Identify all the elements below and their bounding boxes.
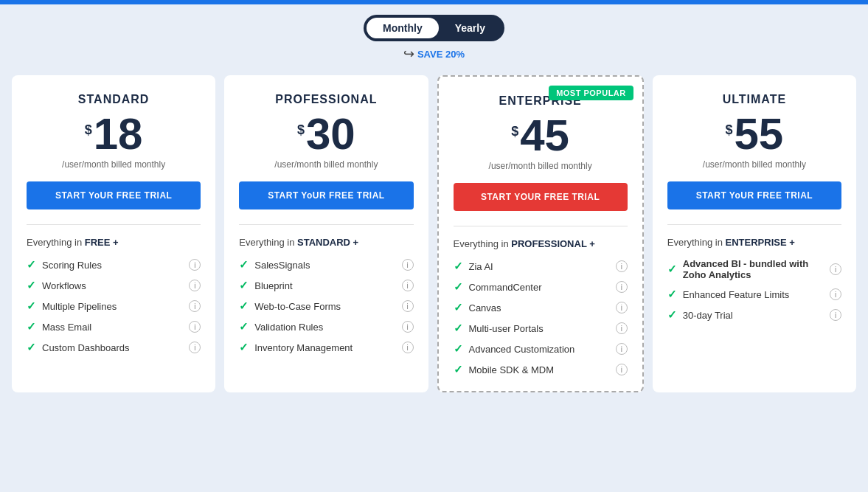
feature-item: ✓ Inventory Management i bbox=[239, 341, 413, 354]
price-row-enterprise: $ 45 bbox=[454, 114, 628, 158]
info-icon[interactable]: i bbox=[616, 302, 628, 313]
monthly-toggle[interactable]: Monthly bbox=[367, 18, 439, 38]
feature-left: ✓ Multi-user Portals bbox=[454, 322, 544, 335]
info-icon[interactable]: i bbox=[830, 288, 841, 300]
price-enterprise: 45 bbox=[520, 114, 569, 158]
plan-card-enterprise: MOST POPULARENTERPRISE $ 45 /user/month … bbox=[437, 75, 644, 392]
feature-left: ✓ Web-to-Case Forms bbox=[239, 299, 341, 313]
plan-card-ultimate: ULTIMATE $ 55 /user/month billed monthly… bbox=[653, 75, 856, 392]
cta-button-ultimate[interactable]: START YoUR FREE TRIAL bbox=[667, 181, 841, 209]
billing-toggle[interactable]: Monthly Yearly bbox=[364, 15, 504, 41]
feature-left: ✓ Advanced BI - bundled with Zoho Analyt… bbox=[667, 258, 830, 280]
divider-standard bbox=[27, 224, 201, 225]
price-row-professional: $ 30 bbox=[239, 112, 413, 156]
cta-button-standard[interactable]: START YoUR FREE TRIAL bbox=[27, 181, 201, 209]
check-icon: ✓ bbox=[454, 280, 463, 294]
info-icon[interactable]: i bbox=[616, 364, 628, 375]
feature-label: Enhanced Feature Limits bbox=[683, 289, 790, 300]
feature-item: ✓ Scoring Rules i bbox=[27, 258, 201, 271]
feature-label: Zia AI bbox=[469, 261, 493, 272]
divider-ultimate bbox=[667, 224, 841, 225]
feature-label: Workflows bbox=[42, 280, 86, 291]
check-icon: ✓ bbox=[667, 263, 677, 276]
most-popular-badge: MOST POPULAR bbox=[549, 86, 633, 100]
feature-item: ✓ Advanced Customization i bbox=[454, 342, 628, 356]
info-icon[interactable]: i bbox=[402, 280, 414, 291]
check-icon: ✓ bbox=[239, 320, 249, 333]
feature-item: ✓ Custom Dashboards i bbox=[27, 341, 201, 354]
feature-left: ✓ CommandCenter bbox=[454, 280, 542, 294]
info-icon[interactable]: i bbox=[402, 259, 414, 271]
arrow-icon: ↩ bbox=[403, 46, 414, 62]
feature-item: ✓ Web-to-Case Forms i bbox=[239, 299, 413, 313]
info-icon[interactable]: i bbox=[402, 321, 414, 333]
feature-left: ✓ Zia AI bbox=[454, 260, 493, 273]
billing-info-enterprise: /user/month billed monthly bbox=[454, 161, 628, 171]
cta-button-enterprise[interactable]: START YOUR FREE TRIAL bbox=[454, 183, 628, 211]
info-icon[interactable]: i bbox=[402, 342, 414, 353]
price-professional: 30 bbox=[306, 112, 355, 156]
feature-list-ultimate: ✓ Advanced BI - bundled with Zoho Analyt… bbox=[667, 258, 841, 322]
info-icon[interactable]: i bbox=[189, 300, 201, 312]
feature-label: Multiple Pipelines bbox=[42, 301, 117, 312]
yearly-toggle[interactable]: Yearly bbox=[439, 18, 501, 38]
info-icon[interactable]: i bbox=[616, 322, 628, 334]
plan-name-professional: PROFESSIONAL bbox=[239, 93, 413, 106]
save-badge: ↩ SAVE 20% bbox=[403, 46, 465, 62]
info-icon[interactable]: i bbox=[830, 309, 841, 321]
feature-item: ✓ Mass Email i bbox=[27, 320, 201, 333]
price-ultimate: 55 bbox=[735, 112, 784, 156]
feature-item: ✓ Canvas i bbox=[454, 301, 628, 314]
feature-item: ✓ Multi-user Portals i bbox=[454, 322, 628, 335]
billing-info-standard: /user/month billed monthly bbox=[27, 159, 201, 170]
plan-name-standard: STANDARD bbox=[27, 93, 201, 106]
info-icon[interactable]: i bbox=[830, 263, 841, 275]
billing-info-ultimate: /user/month billed monthly bbox=[667, 159, 841, 170]
feature-left: ✓ Advanced Customization bbox=[454, 342, 575, 356]
info-icon[interactable]: i bbox=[616, 260, 628, 272]
plan-card-professional: PROFESSIONAL $ 30 /user/month billed mon… bbox=[224, 75, 428, 392]
feature-item: ✓ SalesSignals i bbox=[239, 258, 413, 271]
feature-label: Blueprint bbox=[254, 280, 292, 291]
feature-label: Scoring Rules bbox=[42, 260, 102, 271]
feature-list-professional: ✓ SalesSignals i ✓ Blueprint i ✓ Web-to-… bbox=[239, 258, 413, 354]
info-icon[interactable]: i bbox=[402, 300, 414, 312]
price-row-standard: $ 18 bbox=[27, 112, 201, 156]
info-icon[interactable]: i bbox=[189, 342, 201, 353]
feature-left: ✓ Enhanced Feature Limits bbox=[667, 288, 790, 301]
currency-enterprise: $ bbox=[511, 124, 518, 139]
feature-label: SalesSignals bbox=[254, 260, 310, 271]
check-icon: ✓ bbox=[454, 260, 463, 273]
check-icon: ✓ bbox=[27, 299, 36, 313]
feature-left: ✓ Canvas bbox=[454, 301, 501, 314]
divider-enterprise bbox=[454, 226, 628, 226]
feature-item: ✓ CommandCenter i bbox=[454, 280, 628, 294]
everything-text-ultimate: Everything in ENTERPRISE + bbox=[667, 237, 841, 248]
feature-left: ✓ Mass Email bbox=[27, 320, 91, 333]
check-icon: ✓ bbox=[454, 322, 463, 335]
check-icon: ✓ bbox=[667, 308, 677, 322]
billing-info-professional: /user/month billed monthly bbox=[239, 159, 413, 170]
feature-item: ✓ Advanced BI - bundled with Zoho Analyt… bbox=[667, 258, 841, 280]
info-icon[interactable]: i bbox=[189, 321, 201, 333]
feature-label: CommandCenter bbox=[469, 282, 542, 293]
feature-item: ✓ Enhanced Feature Limits i bbox=[667, 288, 841, 301]
feature-label: Mobile SDK & MDM bbox=[469, 364, 555, 375]
info-icon[interactable]: i bbox=[616, 343, 628, 355]
feature-item: ✓ Zia AI i bbox=[454, 260, 628, 273]
currency-ultimate: $ bbox=[725, 122, 732, 138]
check-icon: ✓ bbox=[454, 301, 463, 314]
everything-text-professional: Everything in STANDARD + bbox=[239, 237, 413, 248]
info-icon[interactable]: i bbox=[189, 259, 201, 271]
feature-item: ✓ 30-day Trial i bbox=[667, 308, 841, 322]
cta-button-professional[interactable]: START YoUR FREE TRIAL bbox=[239, 181, 413, 209]
feature-left: ✓ Workflows bbox=[27, 279, 86, 292]
plan-name-ultimate: ULTIMATE bbox=[667, 93, 841, 106]
everything-text-standard: Everything in FREE + bbox=[27, 237, 201, 248]
currency-standard: $ bbox=[85, 122, 92, 138]
info-icon[interactable]: i bbox=[189, 280, 201, 291]
feature-label: Custom Dashboards bbox=[42, 342, 130, 353]
info-icon[interactable]: i bbox=[616, 281, 628, 293]
feature-label: Canvas bbox=[469, 302, 501, 313]
feature-label: Web-to-Case Forms bbox=[254, 301, 341, 312]
